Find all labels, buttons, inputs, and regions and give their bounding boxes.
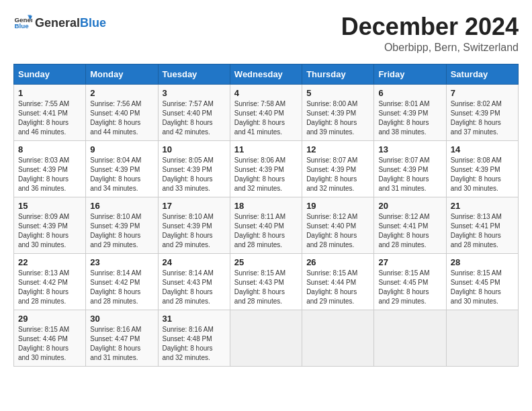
week-row-1: 1 Sunrise: 7:55 AMSunset: 4:41 PMDayligh… [14, 84, 519, 140]
day-info: Sunrise: 8:15 AMSunset: 4:43 PMDaylight:… [234, 269, 285, 305]
calendar-cell: 6 Sunrise: 8:01 AMSunset: 4:39 PMDayligh… [374, 84, 446, 140]
calendar-cell: 27 Sunrise: 8:15 AMSunset: 4:45 PMDaylig… [374, 253, 446, 310]
day-info: Sunrise: 8:13 AMSunset: 4:41 PMDaylight:… [451, 213, 502, 248]
day-header-thursday: Thursday [302, 64, 374, 84]
calendar-header-row: SundayMondayTuesdayWednesdayThursdayFrid… [14, 64, 519, 84]
day-number: 7 [451, 88, 514, 98]
day-info: Sunrise: 8:09 AMSunset: 4:39 PMDaylight:… [18, 213, 69, 248]
day-info: Sunrise: 7:56 AMSunset: 4:40 PMDaylight:… [90, 100, 141, 136]
day-info: Sunrise: 8:15 AMSunset: 4:44 PMDaylight:… [306, 269, 357, 305]
logo-text: General [35, 16, 80, 30]
calendar-cell: 11 Sunrise: 8:06 AMSunset: 4:39 PMDaylig… [230, 140, 302, 197]
day-number: 9 [90, 144, 153, 154]
calendar-cell: 26 Sunrise: 8:15 AMSunset: 4:44 PMDaylig… [302, 253, 374, 310]
calendar-cell: 22 Sunrise: 8:13 AMSunset: 4:42 PMDaylig… [14, 253, 86, 310]
logo: General Blue GeneralBlue [13, 13, 106, 32]
day-number: 11 [234, 144, 298, 154]
calendar-table: SundayMondayTuesdayWednesdayThursdayFrid… [13, 64, 519, 367]
calendar-cell: 3 Sunrise: 7:57 AMSunset: 4:40 PMDayligh… [158, 84, 230, 140]
day-info: Sunrise: 8:01 AMSunset: 4:39 PMDaylight:… [378, 100, 429, 136]
day-info: Sunrise: 8:15 AMSunset: 4:45 PMDaylight:… [451, 269, 502, 305]
day-info: Sunrise: 7:58 AMSunset: 4:40 PMDaylight:… [234, 100, 285, 136]
day-info: Sunrise: 8:03 AMSunset: 4:39 PMDaylight:… [18, 156, 69, 192]
calendar-cell: 10 Sunrise: 8:05 AMSunset: 4:39 PMDaylig… [158, 140, 230, 197]
day-number: 15 [18, 201, 81, 211]
day-number: 1 [18, 88, 81, 98]
day-info: Sunrise: 8:02 AMSunset: 4:39 PMDaylight:… [451, 100, 502, 136]
calendar-cell: 17 Sunrise: 8:10 AMSunset: 4:39 PMDaylig… [158, 197, 230, 253]
week-row-3: 15 Sunrise: 8:09 AMSunset: 4:39 PMDaylig… [14, 197, 519, 253]
day-number: 22 [18, 257, 81, 267]
logo-blue-text: Blue [80, 16, 106, 30]
day-info: Sunrise: 8:12 AMSunset: 4:41 PMDaylight:… [378, 213, 429, 248]
calendar-cell: 18 Sunrise: 8:11 AMSunset: 4:40 PMDaylig… [230, 197, 302, 253]
day-number: 18 [234, 201, 298, 211]
day-header-tuesday: Tuesday [158, 64, 230, 84]
day-header-monday: Monday [86, 64, 158, 84]
day-number: 14 [451, 144, 514, 154]
day-number: 24 [163, 257, 226, 267]
day-number: 2 [90, 88, 153, 98]
day-number: 28 [451, 257, 514, 267]
day-number: 31 [163, 314, 226, 324]
calendar-cell [230, 310, 302, 366]
day-number: 25 [234, 257, 298, 267]
calendar-cell: 1 Sunrise: 7:55 AMSunset: 4:41 PMDayligh… [14, 84, 86, 140]
day-number: 29 [18, 314, 81, 324]
day-header-friday: Friday [374, 64, 446, 84]
day-info: Sunrise: 8:12 AMSunset: 4:40 PMDaylight:… [306, 213, 357, 248]
calendar-cell: 8 Sunrise: 8:03 AMSunset: 4:39 PMDayligh… [14, 140, 86, 197]
day-info: Sunrise: 7:55 AMSunset: 4:41 PMDaylight:… [18, 100, 69, 136]
day-number: 4 [234, 88, 298, 98]
day-info: Sunrise: 8:14 AMSunset: 4:43 PMDaylight:… [163, 269, 214, 305]
day-number: 3 [163, 88, 226, 98]
calendar-cell: 31 Sunrise: 8:16 AMSunset: 4:48 PMDaylig… [158, 310, 230, 366]
day-number: 27 [378, 257, 441, 267]
day-info: Sunrise: 8:00 AMSunset: 4:39 PMDaylight:… [306, 100, 357, 136]
day-number: 23 [90, 257, 153, 267]
day-number: 5 [306, 88, 369, 98]
calendar-cell [302, 310, 374, 366]
calendar-cell: 23 Sunrise: 8:14 AMSunset: 4:42 PMDaylig… [86, 253, 158, 310]
day-info: Sunrise: 8:16 AMSunset: 4:48 PMDaylight:… [163, 326, 214, 361]
day-number: 8 [18, 144, 81, 154]
day-info: Sunrise: 8:16 AMSunset: 4:47 PMDaylight:… [90, 326, 141, 361]
day-header-wednesday: Wednesday [230, 64, 302, 84]
day-number: 12 [306, 144, 369, 154]
calendar-cell [374, 310, 446, 366]
calendar-cell: 15 Sunrise: 8:09 AMSunset: 4:39 PMDaylig… [14, 197, 86, 253]
subtitle: Oberbipp, Bern, Switzerland [341, 42, 519, 54]
calendar-cell: 19 Sunrise: 8:12 AMSunset: 4:40 PMDaylig… [302, 197, 374, 253]
day-info: Sunrise: 8:06 AMSunset: 4:39 PMDaylight:… [234, 156, 285, 192]
day-info: Sunrise: 8:13 AMSunset: 4:42 PMDaylight:… [18, 269, 69, 305]
day-info: Sunrise: 8:07 AMSunset: 4:39 PMDaylight:… [306, 156, 357, 192]
day-info: Sunrise: 8:10 AMSunset: 4:39 PMDaylight:… [163, 213, 214, 248]
calendar-cell: 16 Sunrise: 8:10 AMSunset: 4:39 PMDaylig… [86, 197, 158, 253]
calendar-cell [446, 310, 518, 366]
calendar-cell: 7 Sunrise: 8:02 AMSunset: 4:39 PMDayligh… [446, 84, 518, 140]
calendar-cell: 28 Sunrise: 8:15 AMSunset: 4:45 PMDaylig… [446, 253, 518, 310]
day-number: 13 [378, 144, 441, 154]
day-info: Sunrise: 8:05 AMSunset: 4:39 PMDaylight:… [163, 156, 214, 192]
calendar-cell: 9 Sunrise: 8:04 AMSunset: 4:39 PMDayligh… [86, 140, 158, 197]
day-info: Sunrise: 8:14 AMSunset: 4:42 PMDaylight:… [90, 269, 141, 305]
week-row-4: 22 Sunrise: 8:13 AMSunset: 4:42 PMDaylig… [14, 253, 519, 310]
day-info: Sunrise: 8:15 AMSunset: 4:45 PMDaylight:… [378, 269, 429, 305]
logo-icon: General Blue [13, 13, 32, 32]
day-info: Sunrise: 7:57 AMSunset: 4:40 PMDaylight:… [163, 100, 214, 136]
calendar-body: 1 Sunrise: 7:55 AMSunset: 4:41 PMDayligh… [14, 84, 519, 366]
title-area: December 2024 Oberbipp, Bern, Switzerlan… [341, 13, 519, 54]
day-header-sunday: Sunday [14, 64, 86, 84]
week-row-5: 29 Sunrise: 8:15 AMSunset: 4:46 PMDaylig… [14, 310, 519, 366]
day-number: 21 [451, 201, 514, 211]
calendar-cell: 25 Sunrise: 8:15 AMSunset: 4:43 PMDaylig… [230, 253, 302, 310]
day-number: 19 [306, 201, 369, 211]
day-info: Sunrise: 8:07 AMSunset: 4:39 PMDaylight:… [378, 156, 429, 192]
calendar-cell: 2 Sunrise: 7:56 AMSunset: 4:40 PMDayligh… [86, 84, 158, 140]
week-row-2: 8 Sunrise: 8:03 AMSunset: 4:39 PMDayligh… [14, 140, 519, 197]
day-info: Sunrise: 8:15 AMSunset: 4:46 PMDaylight:… [18, 326, 69, 361]
day-number: 20 [378, 201, 441, 211]
day-info: Sunrise: 8:04 AMSunset: 4:39 PMDaylight:… [90, 156, 141, 192]
day-number: 16 [90, 201, 153, 211]
calendar-cell: 12 Sunrise: 8:07 AMSunset: 4:39 PMDaylig… [302, 140, 374, 197]
